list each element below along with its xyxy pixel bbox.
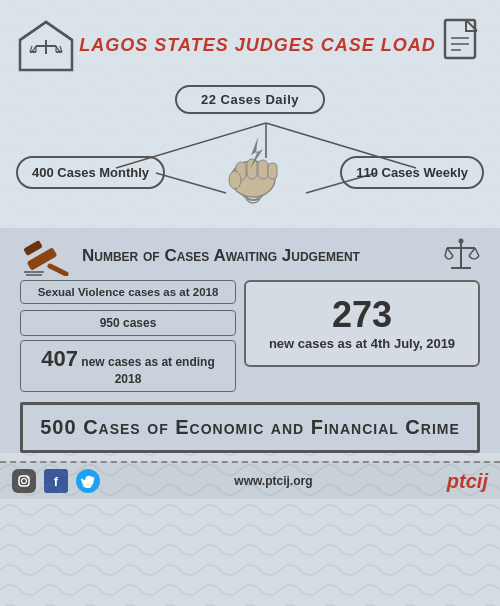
cases-inner: 950 cases 407 new cases as at ending 201… xyxy=(20,310,236,392)
left-cards: Sexual Violence cases as at 2018 950 cas… xyxy=(20,280,236,392)
judgement-header: Number of Cases Awaiting Judgement xyxy=(16,228,484,280)
middle-row: 400 Cases Monthly xyxy=(16,118,484,228)
svg-line-29 xyxy=(50,266,66,274)
cards-row: Sexual Violence cases as at 2018 950 cas… xyxy=(16,280,484,398)
bottom-section: Number of Cases Awaiting Judgement xyxy=(0,228,500,453)
cases-407-text: new cases as at ending 2018 xyxy=(81,355,214,386)
svg-line-36 xyxy=(447,248,453,256)
cases-daily-pill: 22 Cases Daily xyxy=(175,85,325,114)
svg-point-39 xyxy=(459,239,464,244)
gavel-image xyxy=(165,127,340,217)
top-section: Lagos States Judges Case Load 22 Cases D… xyxy=(0,0,500,228)
page-container: Lagos States Judges Case Load 22 Cases D… xyxy=(0,0,500,606)
fist-gavel-svg xyxy=(208,127,298,217)
cases-950-box: 950 cases xyxy=(20,310,236,336)
scales2-svg xyxy=(439,236,484,276)
cases-273-text: new cases as at 4th July, 2019 xyxy=(254,336,470,353)
header-title-text: Lagos States Judges Case Load xyxy=(79,35,435,55)
svg-line-37 xyxy=(469,248,475,256)
svg-rect-24 xyxy=(268,163,277,179)
sexual-violence-box: Sexual Violence cases as at 2018 xyxy=(20,280,236,304)
document-icon xyxy=(439,18,484,73)
monthly-cases-box: 400 Cases Monthly xyxy=(16,156,165,189)
cases-407-number: 407 xyxy=(41,346,78,371)
logo-icon xyxy=(16,18,76,73)
gavel2-svg xyxy=(22,236,72,276)
svg-point-25 xyxy=(229,171,241,189)
right-card: 273 new cases as at 4th July, 2019 xyxy=(244,280,480,367)
cases-407-box: 407 new cases as at ending 2018 xyxy=(20,340,236,392)
judgement-title: Number of Cases Awaiting Judgement xyxy=(82,246,429,266)
svg-rect-22 xyxy=(247,159,257,179)
svg-line-38 xyxy=(475,248,479,256)
header: Lagos States Judges Case Load xyxy=(16,10,484,79)
economic-crime-text: 500 Cases of Economic and Financial Crim… xyxy=(33,415,467,440)
svg-rect-23 xyxy=(258,160,268,179)
weekly-cases-box: 110 Cases Weekly xyxy=(340,156,484,189)
cases-daily-row: 22 Cases Daily xyxy=(16,85,484,114)
svg-rect-28 xyxy=(23,240,43,256)
svg-line-35 xyxy=(445,248,447,256)
header-title: Lagos States Judges Case Load xyxy=(76,35,439,56)
economic-crime-box: 500 Cases of Economic and Financial Crim… xyxy=(20,402,480,453)
logo-svg xyxy=(16,18,76,73)
cases-273-number: 273 xyxy=(254,294,470,336)
